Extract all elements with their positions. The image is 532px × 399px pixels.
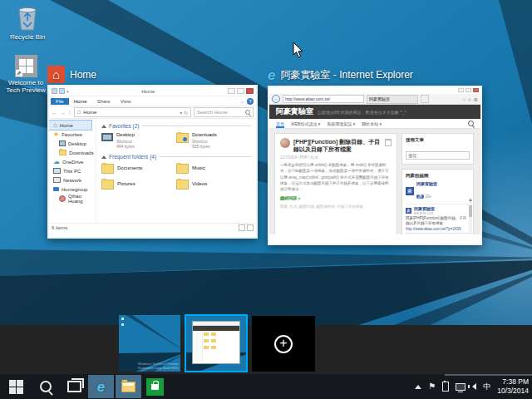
start-button[interactable] bbox=[0, 375, 32, 398]
tab-share: Share bbox=[92, 98, 116, 105]
group-title: Favorites (2) bbox=[109, 123, 139, 129]
fb-post-quote: 阿豪實驗室 – [PHP][Function] 刪除目錄、子目錄以及目錄下所有檔… bbox=[406, 233, 470, 234]
article-title: [PHP][Function] 刪除目錄、子目錄以及目錄下所有檔案 bbox=[293, 138, 382, 153]
back-icon: ← bbox=[272, 95, 280, 103]
tray-date: 10/3/2014 bbox=[497, 387, 529, 396]
watermark: Windows Technical Preview Evaluation cop… bbox=[138, 362, 179, 370]
folder-item-documents: Documents bbox=[101, 163, 176, 174]
article-meta: 12/7/2014 / PHP / 程式 bbox=[280, 155, 392, 160]
desktop-thumbnail-2-active[interactable] bbox=[185, 314, 248, 372]
taskbar-ie-button[interactable]: e bbox=[88, 375, 114, 398]
welcome-tile: ↗ bbox=[15, 55, 37, 77]
ime-indicator[interactable]: 中 bbox=[483, 382, 490, 392]
tab-home: Home bbox=[69, 98, 92, 105]
action-center-flag-icon[interactable]: ⚑ bbox=[428, 382, 436, 391]
mini-desktop-icon bbox=[121, 323, 124, 326]
mini-window bbox=[192, 321, 240, 364]
collapse-icon bbox=[101, 155, 106, 159]
explorer-search-box: Search Home bbox=[194, 107, 254, 117]
desktop-icon-welcome[interactable]: ↗ Welcome to Tech Preview bbox=[2, 55, 50, 94]
explorer-window-title: Home bbox=[69, 89, 228, 94]
site-body: [PHP][Function] 刪除目錄、子目錄以及目錄下所有檔案 12/7/2… bbox=[269, 129, 480, 234]
fb-post-time: 8月31日 5:41 bbox=[414, 211, 435, 215]
taskview-label-explorer: ⌂ Home bbox=[47, 66, 96, 83]
fb-post: 豪 阿豪實驗室 8月31日 5:41 阿豪[PHP][Function] 刪除目… bbox=[406, 204, 470, 234]
nav-label: Desktop bbox=[68, 141, 86, 146]
webpage: 阿豪實驗室 記錄過去8年所寫的筆記，歡迎各位大大指教 ^_^ 首頁 WEB程式語… bbox=[269, 105, 480, 234]
maximize-button bbox=[237, 88, 244, 94]
fb-like-count: 23+ bbox=[426, 195, 432, 199]
search-icon bbox=[40, 381, 52, 392]
nav-item-homegroup: Homegroup bbox=[49, 185, 96, 194]
explorer-body: ⌂ Home ★ Favorites Desktop Downloads ☁ O… bbox=[49, 119, 256, 223]
desktop-icon-label: Welcome to Tech Preview bbox=[2, 79, 50, 94]
group-title: Frequent folders (4) bbox=[109, 154, 156, 160]
up-icon: ↑ bbox=[68, 110, 71, 116]
item-name: Downloads bbox=[192, 132, 217, 139]
settings-gear-icon: ⚙ bbox=[474, 96, 478, 102]
taskview-thumbnail-ie[interactable]: ← http://www.abao.com.tw/ 阿豪實驗室 ⌂ ☆ ⚙ 阿豪… bbox=[268, 86, 482, 245]
taskview-thumbnail-explorer[interactable]: ▾ Home File Home Share View ⌄ ? ← → ↑ ⌂ bbox=[47, 85, 258, 239]
quick-access-toolbar: ▾ bbox=[52, 88, 69, 94]
fb-scrollbar bbox=[469, 198, 472, 234]
ie-window-controls bbox=[269, 87, 480, 94]
breadcrumb-text: Home bbox=[83, 110, 96, 115]
user-icon bbox=[59, 195, 66, 202]
window-controls bbox=[228, 88, 254, 94]
address-dropdown-icon: ▾ ↻ bbox=[180, 110, 188, 116]
taskbar-store-button[interactable] bbox=[143, 375, 166, 398]
back-icon: ← bbox=[52, 110, 57, 116]
desktop-thumbnail-1[interactable]: Windows Technical Preview Evaluation cop… bbox=[119, 315, 180, 372]
internet-explorer-icon: e bbox=[268, 68, 275, 82]
explorer-ribbon-tabs: File Home Share View ⌄ ? bbox=[49, 96, 256, 106]
ribbon-collapse-icon: ⌄ bbox=[240, 98, 244, 104]
item-kind: Shortcut bbox=[116, 139, 135, 144]
article-card: [PHP][Function] 刪除目錄、子目錄以及目錄下所有檔案 12/7/2… bbox=[274, 133, 397, 234]
close-button bbox=[246, 88, 254, 94]
windows-logo-icon bbox=[9, 380, 23, 394]
nav-item-network: Network bbox=[49, 175, 96, 185]
nav-label: Homegroup bbox=[62, 187, 87, 192]
scroll-up-icon bbox=[469, 199, 472, 201]
volume-icon[interactable] bbox=[472, 383, 476, 390]
site-search-input bbox=[406, 151, 470, 160]
show-hidden-icons-button[interactable] bbox=[415, 385, 421, 389]
nav-label: Network bbox=[63, 178, 81, 183]
details-view-icon bbox=[239, 224, 245, 231]
menu-about: 關於本站 ▾ bbox=[362, 121, 382, 126]
explorer-titlebar: ▾ Home bbox=[49, 86, 256, 96]
recycle-bin-icon bbox=[15, 5, 40, 32]
star-icon: ★ bbox=[53, 131, 59, 138]
taskview-label-ie: e 阿豪實驗室 - Internet Explorer bbox=[268, 68, 413, 82]
shortcut-arrow-icon: ↗ bbox=[16, 70, 22, 76]
folder-icon bbox=[101, 180, 114, 190]
tab-file: File bbox=[51, 98, 69, 105]
taskbar-explorer-button[interactable] bbox=[116, 375, 141, 398]
folder-icon bbox=[176, 180, 189, 190]
taskbar-clock[interactable]: 7:38 PM 10/3/2014 bbox=[497, 377, 529, 397]
store-tile bbox=[146, 378, 164, 396]
desktop-icon bbox=[59, 140, 66, 146]
fb-card: 阿豪粉絲團 豪 阿豪實驗室 讚23+ 豪 bbox=[401, 169, 474, 234]
search-icon bbox=[245, 110, 250, 115]
tab-view: View bbox=[116, 98, 136, 105]
network-icon[interactable] bbox=[456, 383, 466, 391]
taskbar-search-button[interactable] bbox=[32, 375, 60, 398]
maximize-button bbox=[466, 88, 471, 92]
item-count: 6 items bbox=[52, 225, 67, 230]
nav-item-downloads: Downloads bbox=[49, 148, 96, 157]
fb-like-button: 讚 bbox=[416, 195, 424, 199]
archive-icon bbox=[385, 139, 392, 146]
task-view-button[interactable] bbox=[60, 375, 88, 398]
nav-item-onedrive: ☁ OneDrive bbox=[49, 157, 96, 166]
explorer-home-icon: ⌂ bbox=[47, 66, 65, 83]
desktop-icon-recycle-bin[interactable]: Recycle Bin bbox=[3, 5, 52, 41]
add-desktop-button[interactable]: + bbox=[252, 316, 315, 372]
nav-label: Qihao Huang bbox=[68, 194, 96, 204]
nav-item-favorites: ★ Favorites bbox=[49, 130, 96, 139]
task-view-icon bbox=[67, 381, 81, 392]
ie-chrome-bar: ← http://www.abao.com.tw/ 阿豪實驗室 ⌂ ☆ ⚙ bbox=[269, 94, 480, 105]
explorer-main-pane: Favorites (2) Desktop Shortcut 494 bytes bbox=[96, 119, 256, 223]
battery-icon[interactable] bbox=[442, 382, 449, 392]
taskview-window-title: Home bbox=[70, 69, 96, 81]
